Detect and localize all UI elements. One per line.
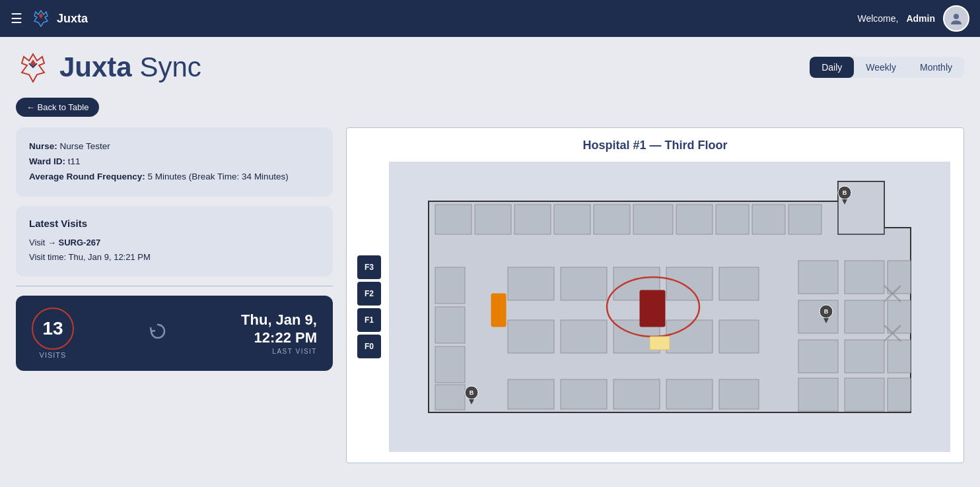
last-visit-label: LAST VISIT [241, 348, 317, 355]
page-header: Juxta Sync Daily Weekly Monthly [16, 50, 964, 84]
orange-marker [491, 294, 506, 327]
visits-count: 13 [32, 308, 74, 350]
svg-rect-10 [716, 205, 749, 234]
avatar-icon [949, 11, 963, 26]
svg-rect-15 [435, 346, 465, 383]
svg-rect-13 [435, 267, 465, 304]
svg-rect-39 [508, 379, 554, 409]
svg-rect-21 [719, 267, 759, 300]
juxta-logo-icon [30, 8, 52, 29]
weekly-toggle-button[interactable]: Weekly [854, 57, 908, 78]
visit-time-value: Thu, Jan 9, 12:21 PM [69, 252, 151, 262]
svg-point-0 [954, 14, 959, 19]
svg-rect-20 [666, 267, 713, 300]
visit-label: Visit → [29, 238, 56, 247]
svg-rect-31 [845, 300, 884, 333]
nav-right: Welcome, Admin [857, 5, 969, 32]
svg-text:B: B [470, 389, 474, 396]
svg-rect-29 [888, 261, 911, 294]
svg-rect-37 [845, 378, 884, 411]
svg-rect-35 [888, 340, 911, 373]
svg-rect-18 [561, 267, 607, 300]
svg-rect-5 [514, 205, 551, 234]
last-visit-date: Thu, Jan 9, [241, 311, 317, 329]
svg-rect-22 [508, 320, 554, 353]
svg-rect-33 [798, 340, 838, 373]
main-content: Juxta Sync Daily Weekly Monthly ← Back t… [0, 37, 980, 476]
monthly-toggle-button[interactable]: Monthly [908, 57, 964, 78]
section-divider [16, 286, 333, 286]
brand-logo: Juxta [30, 8, 88, 29]
svg-rect-9 [676, 205, 713, 234]
floor-button-group: F3 F2 F1 F0 [357, 255, 381, 358]
last-visit-time: Thu, Jan 9, 12:22 PM LAST VISIT [241, 311, 317, 354]
brand-name: Juxta [57, 12, 88, 26]
svg-rect-32 [888, 300, 911, 333]
svg-rect-12 [788, 205, 822, 234]
svg-rect-17 [508, 267, 554, 300]
floor-f0-button[interactable]: F0 [357, 335, 381, 358]
latest-visits-title: Latest Visits [29, 218, 320, 229]
ward-value: t11 [68, 156, 81, 166]
visit-id: SURG-267 [59, 238, 101, 247]
freq-label: Average Round Frequency: [29, 172, 145, 181]
svg-rect-41 [613, 379, 660, 409]
floor-plan-svg: B B B [386, 162, 953, 452]
page-title: Juxta Sync [59, 51, 201, 83]
visit-time-label: Visit time: [29, 252, 66, 262]
refresh-button[interactable] [146, 319, 170, 348]
hamburger-menu[interactable]: ☰ [11, 11, 22, 26]
stats-bar: 13 VISITS Thu, Jan 9, 12:22 PM LAST VISI… [16, 296, 333, 371]
welcome-text: Welcome, [857, 13, 898, 24]
floor-f3-button[interactable]: F3 [357, 255, 381, 279]
content-columns: Nurse: Nurse Tester Ward ID: t11 Average… [16, 127, 964, 463]
back-to-table-button[interactable]: ← Back to Table [16, 98, 99, 117]
view-toggle-group: Daily Weekly Monthly [810, 57, 964, 78]
svg-rect-8 [633, 205, 673, 234]
left-panel: Nurse: Nurse Tester Ward ID: t11 Average… [16, 127, 333, 463]
nurse-label: Nurse: [29, 141, 57, 151]
nav-left: ☰ Juxta [11, 8, 88, 29]
user-avatar[interactable] [943, 5, 969, 32]
right-panel: Hospital #1 — Third Floor F3 F2 F1 F0 [346, 127, 964, 463]
nurse-info-card: Nurse: Nurse Tester Ward ID: t11 Average… [16, 127, 333, 197]
svg-rect-30 [798, 300, 838, 333]
svg-rect-23 [561, 320, 607, 353]
nurse-value: Nurse Tester [60, 141, 110, 151]
svg-rect-26 [719, 320, 759, 353]
map-container: Hospital #1 — Third Floor F3 F2 F1 F0 [346, 127, 964, 463]
svg-rect-11 [752, 205, 785, 234]
svg-rect-4 [475, 205, 511, 234]
admin-name: Admin [906, 13, 935, 24]
sync-logo-icon [16, 50, 50, 84]
visit-time-item: Visit time: Thu, Jan 9, 12:21 PM [29, 250, 320, 265]
svg-rect-36 [798, 378, 838, 411]
svg-rect-16 [435, 385, 465, 410]
latest-visits-card: Latest Visits Visit → SURG-267 Visit tim… [16, 206, 333, 276]
visits-label: VISITS [40, 351, 67, 359]
svg-text:B: B [824, 308, 829, 315]
floor-f2-button[interactable]: F2 [357, 282, 381, 306]
svg-rect-42 [666, 379, 713, 409]
daily-toggle-button[interactable]: Daily [810, 57, 854, 78]
svg-rect-7 [594, 205, 630, 234]
freq-value: 5 Minutes (Break Time: 34 Minutes) [148, 172, 289, 181]
svg-text:B: B [843, 189, 847, 196]
svg-rect-40 [561, 379, 607, 409]
yellow-marker [650, 337, 670, 350]
map-title: Hospital #1 — Third Floor [357, 139, 953, 152]
visit-item: Visit → SURG-267 [29, 236, 320, 250]
svg-rect-28 [845, 261, 884, 294]
top-navigation: ☰ Juxta Welcome, Admin [0, 0, 980, 37]
floor-f1-button[interactable]: F1 [357, 308, 381, 332]
active-room[interactable] [640, 290, 665, 327]
sync-title: Juxta Sync [16, 50, 201, 84]
svg-rect-43 [719, 379, 759, 409]
svg-rect-3 [435, 205, 472, 234]
svg-rect-38 [888, 378, 911, 411]
svg-rect-34 [845, 340, 884, 373]
svg-rect-27 [798, 261, 838, 294]
visits-stat: 13 VISITS [32, 308, 74, 359]
svg-rect-14 [435, 307, 465, 343]
last-visit-time-value: 12:22 PM [241, 329, 317, 346]
